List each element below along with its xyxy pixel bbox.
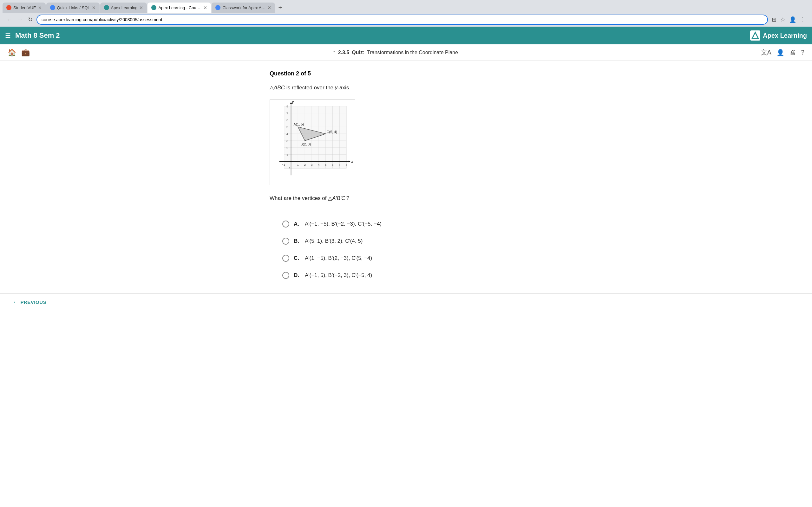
address-bar-row: ← → ↻ course.apexlearning.com/public/act… (3, 13, 809, 26)
address-bar[interactable]: course.apexlearning.com/public/activity/… (37, 14, 768, 25)
tab-close-quicklinks[interactable]: ✕ (92, 5, 96, 10)
svg-text:6: 6 (332, 163, 334, 167)
svg-text:2: 2 (304, 163, 306, 167)
apex-logo: Apex Learning (750, 31, 807, 41)
vertices-prompt: What are the vertices of △A′B′C′? (270, 195, 349, 201)
graph-container: x y −1 1 2 3 4 5 6 7 8 −1 1 2 3 4 5 6 7 (270, 100, 542, 185)
help-icon[interactable]: ? (801, 49, 804, 56)
svg-text:5: 5 (325, 163, 327, 167)
tab-favicon-apexcourses (151, 5, 156, 10)
tab-apexcourses[interactable]: Apex Learning - Courses ✕ (148, 3, 211, 13)
apex-logo-svg (751, 31, 760, 40)
tab-favicon-apexlearning (104, 5, 109, 10)
svg-text:4: 4 (287, 132, 288, 135)
svg-marker-25 (349, 161, 350, 163)
svg-text:6: 6 (287, 118, 288, 122)
radio-d[interactable] (282, 272, 289, 279)
choice-label-d: D. (294, 272, 299, 279)
browser-action-icons: ⊞ ☆ 👤 ⋮ (770, 15, 807, 24)
tab-label-studentvue: StudentVUE (13, 5, 36, 10)
tab-label-quicklinks: Quick Links / SQL (57, 5, 90, 10)
svg-text:B(2, 3): B(2, 3) (300, 142, 311, 146)
svg-text:A(1, 5): A(1, 5) (293, 123, 304, 126)
choice-text-d: A′(−1, 5), B′(−2, 3), C′(−5, 4) (305, 272, 372, 279)
tab-quicklinks[interactable]: Quick Links / SQL ✕ (46, 3, 100, 13)
grid-icon[interactable]: ⊞ (770, 15, 778, 24)
prev-label: PREVIOUS (20, 299, 47, 305)
previous-button[interactable]: ← PREVIOUS (13, 299, 46, 305)
tab-label-classwork: Classwork for Apex At Home (222, 5, 265, 10)
vertices-question: What are the vertices of △A′B′C′? (270, 194, 542, 203)
tab-studentvue[interactable]: StudentVUE ✕ (3, 3, 46, 13)
tab-close-apexcourses[interactable]: ✕ (203, 5, 207, 10)
profile-icon[interactable]: 👤 (788, 15, 798, 24)
svg-text:C(5, 4): C(5, 4) (327, 130, 337, 134)
apex-logo-text: Apex Learning (763, 32, 807, 39)
menu-icon[interactable]: ⋮ (799, 15, 807, 24)
section-number: 2.3.5 (338, 50, 350, 55)
sub-header-right: 文A 👤 🖨 ? (761, 48, 804, 57)
tab-label-apexlearning: Apex Learning (111, 5, 138, 10)
tab-apexlearning[interactable]: Apex Learning ✕ (100, 3, 147, 13)
quiz-label: Quiz: (352, 50, 364, 55)
tab-close-studentvue[interactable]: ✕ (38, 5, 42, 10)
translate-icon[interactable]: 文A (761, 48, 771, 57)
app-title: Math 8 Sem 2 (15, 32, 60, 40)
choice-label-a: A. (294, 221, 299, 227)
sub-header-center: ↑ 2.3.5 Quiz: Transformations in the Coo… (333, 49, 458, 56)
print-icon[interactable]: 🖨 (790, 49, 796, 56)
sub-header-left: 🏠 💼 (8, 49, 30, 57)
svg-text:7: 7 (339, 163, 341, 167)
svg-text:1: 1 (287, 153, 288, 157)
radio-c[interactable] (282, 255, 289, 262)
hamburger-menu[interactable]: ☰ (5, 32, 11, 39)
app-header-left: ☰ Math 8 Sem 2 (5, 32, 60, 40)
answer-choice-b[interactable]: B. A′(5, 1), B′(3, 2), C′(4, 5) (270, 233, 542, 250)
prev-arrow-icon: ← (13, 299, 19, 305)
tab-favicon-quicklinks (50, 5, 55, 10)
star-icon[interactable]: ☆ (779, 15, 786, 24)
choice-label-b: B. (294, 238, 299, 244)
svg-text:y: y (292, 100, 294, 104)
tab-label-apexcourses: Apex Learning - Courses (158, 5, 201, 10)
home-icon[interactable]: 🏠 (8, 49, 16, 57)
upload-icon: ↑ (333, 49, 336, 56)
svg-text:5: 5 (287, 125, 288, 129)
accessibility-icon[interactable]: 👤 (776, 49, 784, 56)
sub-header: 🏠 💼 ↑ 2.3.5 Quiz: Transformations in the… (0, 44, 812, 61)
answer-choice-d[interactable]: D. A′(−1, 5), B′(−2, 3), C′(−5, 4) (270, 267, 542, 284)
svg-text:x: x (351, 159, 353, 164)
svg-text:2: 2 (287, 146, 288, 150)
tab-close-apexlearning[interactable]: ✕ (139, 5, 143, 10)
forward-button[interactable]: → (16, 16, 24, 24)
coordinate-graph: x y −1 1 2 3 4 5 6 7 8 −1 1 2 3 4 5 6 7 (270, 100, 355, 185)
refresh-button[interactable]: ↻ (27, 15, 34, 24)
radio-a[interactable] (282, 221, 289, 228)
back-button[interactable]: ← (5, 16, 13, 24)
answer-choice-a[interactable]: A. A′(−1, −5), B′(−2, −3), C′(−5, −4) (270, 216, 542, 233)
question-number: Question 2 of 5 (270, 70, 542, 77)
svg-text:8: 8 (345, 163, 347, 167)
footer-nav: ← PREVIOUS (0, 293, 812, 311)
apex-logo-icon (750, 31, 760, 41)
new-tab-button[interactable]: + (275, 3, 285, 13)
question-text: △ABC is reflected over the y-axis. (270, 83, 542, 92)
svg-text:−1: −1 (287, 167, 291, 170)
svg-text:3: 3 (287, 139, 288, 143)
choice-text-c: A′(1, −5), B′(2, −3), C′(5, −4) (305, 255, 372, 262)
triangle-prefix: △ABC is reflected over the y-axis. (270, 84, 351, 91)
briefcase-icon[interactable]: 💼 (21, 49, 30, 57)
tab-classwork[interactable]: Classwork for Apex At Home ✕ (212, 3, 275, 13)
tab-favicon-studentvue (6, 5, 11, 10)
browser-chrome: StudentVUE ✕ Quick Links / SQL ✕ Apex Le… (0, 0, 812, 26)
svg-text:4: 4 (318, 163, 320, 167)
app-header: ☰ Math 8 Sem 2 Apex Learning (0, 26, 812, 44)
choice-label-c: C. (294, 255, 299, 262)
divider (270, 209, 542, 209)
address-text: course.apexlearning.com/public/activity/… (42, 17, 162, 22)
answer-choices: A. A′(−1, −5), B′(−2, −3), C′(−5, −4) B.… (270, 216, 542, 284)
radio-b[interactable] (282, 238, 289, 245)
svg-text:7: 7 (287, 112, 288, 115)
tab-close-classwork[interactable]: ✕ (267, 5, 271, 10)
answer-choice-c[interactable]: C. A′(1, −5), B′(2, −3), C′(5, −4) (270, 250, 542, 267)
